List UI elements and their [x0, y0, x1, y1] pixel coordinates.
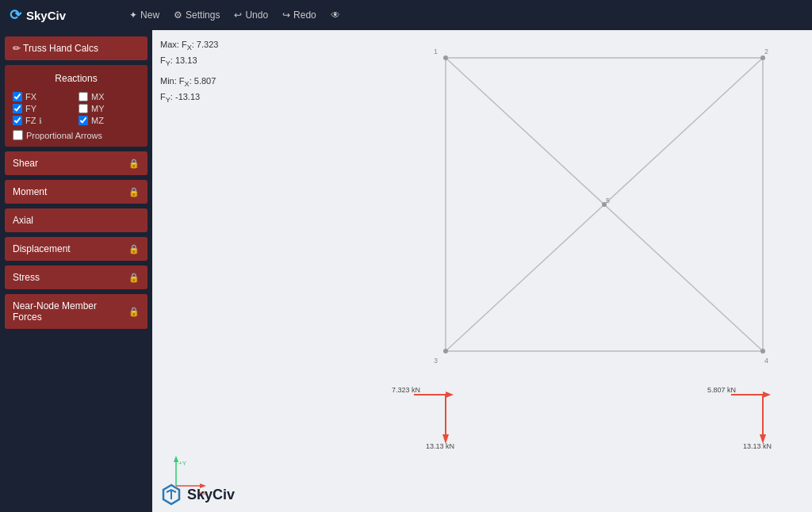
- svg-point-4: [760, 55, 765, 60]
- undo-button[interactable]: ↩ Undo: [234, 10, 268, 21]
- near-node-lock-icon: 🔒: [128, 307, 140, 317]
- stress-button[interactable]: Stress 🔒: [5, 266, 147, 289]
- logo-icon: ⟳: [10, 6, 21, 24]
- svg-text:5.807 kN: 5.807 kN: [707, 386, 736, 394]
- svg-text:2: 2: [764, 48, 768, 55]
- svg-text:13.13 kN: 13.13 kN: [743, 442, 772, 450]
- mz-label: MZ: [91, 116, 104, 125]
- fx-label: FX: [25, 92, 36, 101]
- settings-button[interactable]: ⚙ Settings: [174, 10, 220, 21]
- navbar-logo: ⟳ SkyCiv: [10, 6, 66, 24]
- axial-button[interactable]: Axial: [5, 208, 147, 232]
- svg-marker-14: [446, 392, 454, 398]
- truss-hand-calcs-button[interactable]: ✏ Truss Hand Calcs: [5, 36, 147, 60]
- svg-text:5: 5: [606, 197, 610, 204]
- shear-lock-icon: 🔒: [128, 159, 140, 169]
- svg-point-3: [443, 55, 448, 60]
- redo-icon: ↪: [282, 10, 290, 21]
- svg-text:+Y: +Y: [178, 460, 187, 467]
- settings-label: Settings: [186, 10, 220, 21]
- moment-label: Moment: [13, 186, 47, 197]
- fz-label: FZ: [25, 116, 36, 125]
- mz-checkbox-label[interactable]: MZ: [79, 116, 140, 125]
- undo-label: Undo: [245, 10, 268, 21]
- svg-text:3: 3: [434, 357, 438, 365]
- stress-label: Stress: [13, 272, 40, 283]
- fy-label: FY: [25, 104, 36, 113]
- mx-label: MX: [91, 92, 105, 101]
- my-checkbox-label[interactable]: MY: [79, 104, 140, 113]
- redo-button[interactable]: ↪ Redo: [282, 10, 316, 21]
- settings-icon: ⚙: [174, 10, 182, 21]
- displacement-button[interactable]: Displacement 🔒: [5, 237, 147, 261]
- fx-checkbox[interactable]: [13, 92, 22, 101]
- logo-text: SkyCiv: [26, 9, 66, 22]
- navbar-actions: ✦ New ⚙ Settings ↩ Undo ↪ Redo 👁: [129, 10, 340, 21]
- my-label: MY: [91, 104, 105, 113]
- fy-checkbox-label[interactable]: FY: [13, 104, 74, 113]
- fx-checkbox-label[interactable]: FX: [13, 92, 74, 101]
- reactions-checkboxes: FX MX FY MY FZ ℹ: [10, 90, 143, 127]
- fz-checkbox[interactable]: [13, 116, 22, 125]
- displacement-label: Displacement: [13, 243, 71, 254]
- shear-label: Shear: [13, 158, 38, 169]
- near-node-button[interactable]: Near-Node Member Forces 🔒: [5, 294, 147, 329]
- eye-button[interactable]: 👁: [331, 10, 340, 21]
- my-checkbox[interactable]: [79, 104, 88, 113]
- shear-button[interactable]: Shear 🔒: [5, 151, 147, 175]
- svg-marker-20: [763, 392, 771, 398]
- proportional-arrows-checkbox[interactable]: [13, 130, 23, 140]
- main-content: ✏ Truss Hand Calcs Reactions FX MX FY: [0, 30, 812, 512]
- reactions-title: Reactions: [10, 70, 143, 90]
- svg-text:13.13 kN: 13.13 kN: [426, 442, 454, 450]
- displacement-lock-icon: 🔒: [128, 244, 140, 254]
- axial-label: Axial: [13, 215, 33, 226]
- mx-checkbox-label[interactable]: MX: [79, 92, 140, 101]
- bottom-logo: SkyCiv: [160, 483, 235, 506]
- stress-lock-icon: 🔒: [128, 273, 140, 283]
- sidebar: ✏ Truss Hand Calcs Reactions FX MX FY: [0, 30, 152, 512]
- svg-point-5: [443, 349, 448, 353]
- svg-text:7.323 kN: 7.323 kN: [392, 386, 420, 394]
- fy-checkbox[interactable]: [13, 104, 22, 113]
- eye-icon: 👁: [331, 10, 340, 21]
- mz-checkbox[interactable]: [79, 116, 88, 125]
- bottom-logo-icon: [160, 483, 182, 506]
- svg-text:1: 1: [434, 48, 438, 55]
- proportional-arrows-label: Proportional Arrows: [26, 131, 102, 140]
- viewport: Max: FX: 7.323 FY: 13.13 Min: FX: 5.807 …: [152, 30, 812, 512]
- bottom-logo-text: SkyCiv: [187, 487, 235, 503]
- new-button[interactable]: ✦ New: [129, 10, 159, 21]
- svg-point-6: [760, 349, 765, 353]
- near-node-label: Near-Node Member Forces: [13, 300, 128, 323]
- moment-button[interactable]: Moment 🔒: [5, 180, 147, 204]
- new-icon: ✦: [129, 10, 137, 21]
- svg-text:4: 4: [764, 357, 768, 365]
- undo-icon: ↩: [234, 10, 242, 21]
- truss-btn-label: ✏ Truss Hand Calcs: [13, 43, 98, 54]
- info-icon[interactable]: ℹ: [39, 117, 42, 125]
- fz-checkbox-label[interactable]: FZ ℹ: [13, 116, 74, 125]
- redo-label: Redo: [293, 10, 316, 21]
- proportional-arrows-row: Proportional Arrows: [10, 127, 143, 142]
- reactions-section: Reactions FX MX FY MY: [5, 65, 147, 147]
- mx-checkbox[interactable]: [79, 92, 88, 101]
- moment-lock-icon: 🔒: [128, 187, 140, 197]
- new-label: New: [140, 10, 159, 21]
- navbar: ⟳ SkyCiv ✦ New ⚙ Settings ↩ Undo ↪ Redo …: [0, 0, 812, 30]
- canvas-svg: 1 2 3 4 5 7.323 kN 13.13 kN 5.807 kN 13.…: [152, 30, 812, 512]
